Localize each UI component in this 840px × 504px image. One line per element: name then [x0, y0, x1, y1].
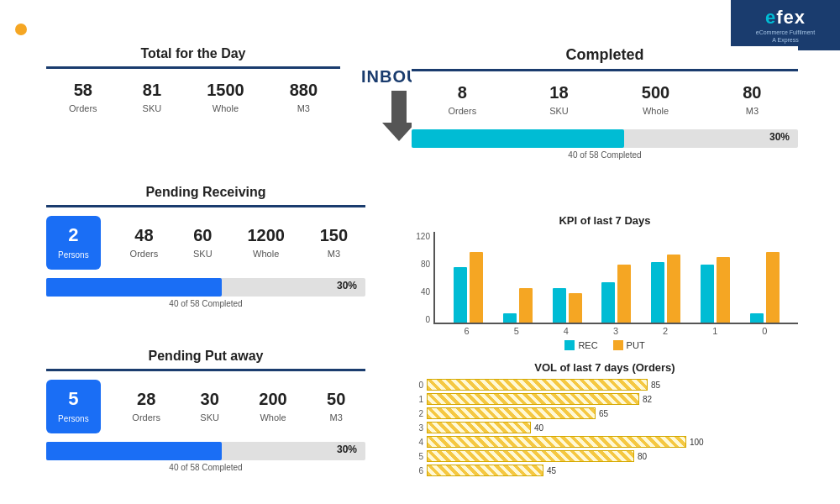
kpi-bar-group-2 — [553, 288, 582, 323]
kpi-bar-group-3 — [601, 265, 631, 323]
kpi-put-bar-1 — [519, 288, 533, 323]
vol-bar-4 — [427, 436, 686, 448]
pp-whole: 200 Whole — [259, 390, 286, 424]
kpi-rec-bar-2 — [553, 288, 566, 323]
pr-whole: 1200 Whole — [247, 226, 285, 260]
inbound-arrow — [382, 91, 416, 141]
total-day-stats: 58 Orders 81 SKU 1500 Whole 880 M3 — [46, 77, 340, 118]
total-m3: 880 M3 — [290, 81, 318, 115]
kpi-chart-inner: 6543210 — [433, 232, 798, 336]
kpi-rec-bar-6 — [750, 313, 764, 323]
completed-title: Completed — [412, 46, 798, 64]
vol-label-5: 5 — [412, 452, 423, 461]
pr-progress-pct: 30% — [337, 280, 357, 291]
vol-label-6: 6 — [412, 466, 423, 475]
completed-stats: 8 Orders 18 SKU 500 Whole 80 M3 — [412, 80, 798, 121]
total-day-panel: Total for the Day 58 Orders 81 SKU 1500 … — [46, 46, 340, 118]
kpi-rec-bar-1 — [503, 313, 517, 323]
vol-row-2: 265 — [412, 407, 798, 419]
kpi-y-axis: 120 80 40 0 — [412, 232, 430, 324]
pr-sku: 60 SKU — [193, 226, 213, 260]
pr-orders: 48 Orders — [130, 226, 159, 260]
vol-bar-5 — [427, 450, 634, 462]
comp-progress-label: 40 of 58 Completed — [412, 150, 798, 160]
pr-m3: 150 M3 — [320, 226, 348, 260]
pending-receiving-divider — [46, 205, 365, 207]
comp-progress-bg — [412, 129, 798, 148]
vol-value-6: 45 — [547, 466, 556, 475]
vol-bar-3 — [427, 422, 531, 433]
putaway-persons-badge: 5 Persons — [46, 380, 101, 433]
vol-label-3: 3 — [412, 423, 423, 433]
legend-put: PUT — [613, 340, 645, 350]
vol-chart-panel: VOL of last 7 days (Orders) 085182265340… — [412, 361, 798, 479]
pr-progress-bg — [46, 278, 365, 297]
logo-area: efex eCommerce FulfilmentA Express — [731, 0, 840, 50]
comp-progress-fill — [412, 129, 624, 148]
kpi-x-labels: 6543210 — [433, 324, 798, 336]
kpi-put-bar-0 — [470, 252, 483, 323]
pp-progress-fill — [46, 442, 222, 460]
pp-progress: 30% — [46, 442, 365, 460]
vol-value-1: 82 — [643, 395, 652, 404]
vol-label-2: 2 — [412, 409, 423, 418]
logo-text: efex — [765, 7, 806, 29]
vol-value-4: 100 — [690, 438, 704, 447]
comp-sku: 18 SKU — [549, 83, 569, 118]
pr-progress-fill — [46, 278, 222, 297]
kpi-bar-group-1 — [503, 288, 533, 323]
kpi-legend: REC PUT — [412, 340, 798, 350]
pp-m3: 50 M3 — [327, 390, 345, 424]
kpi-x-label-4: 2 — [663, 326, 668, 336]
vol-row-0: 085 — [412, 379, 798, 391]
completed-panel: Completed 8 Orders 18 SKU 500 Whole 80 M… — [412, 46, 798, 160]
comp-progress: 30% — [412, 129, 798, 148]
vol-chart-title: VOL of last 7 days (Orders) — [412, 361, 798, 374]
vol-row-1: 182 — [412, 393, 798, 405]
pending-receiving-stats-row: 2 Persons 48 Orders 60 SKU 1200 Whole 15… — [46, 216, 365, 270]
vol-bar-2 — [427, 407, 596, 419]
comp-whole: 500 Whole — [642, 83, 669, 118]
kpi-rec-bar-0 — [454, 267, 467, 323]
vol-row-6: 645 — [412, 465, 798, 476]
vol-value-3: 40 — [534, 423, 543, 433]
rec-color — [564, 340, 575, 350]
vol-label-0: 0 — [412, 381, 423, 390]
kpi-put-bar-4 — [667, 255, 680, 323]
vol-value-2: 65 — [599, 409, 608, 418]
pp-progress-label: 40 of 58 Completed — [46, 463, 365, 472]
pr-progress: 30% — [46, 278, 365, 297]
comp-m3: 80 M3 — [743, 83, 761, 118]
pending-receiving-title: Pending Receiving — [46, 185, 365, 200]
vol-bar-1 — [427, 393, 639, 405]
pending-putaway-divider — [46, 369, 365, 371]
legend-rec: REC — [564, 340, 597, 350]
pending-putaway-stats: 28 Orders 30 SKU 200 Whole 50 M3 — [113, 386, 365, 428]
kpi-put-bar-3 — [617, 265, 631, 323]
kpi-bar-group-0 — [454, 252, 483, 323]
kpi-x-label-0: 6 — [465, 326, 470, 336]
comp-orders: 8 Orders — [449, 83, 477, 118]
logo-subtitle: eCommerce FulfilmentA Express — [756, 29, 815, 44]
vol-bar-6 — [427, 465, 543, 476]
kpi-x-label-1: 5 — [514, 326, 519, 336]
kpi-put-bar-2 — [569, 293, 582, 323]
kpi-chart-panel: KPI of last 7 Days 120 80 40 0 6543210 R… — [412, 214, 798, 350]
pp-progress-pct: 30% — [337, 444, 357, 455]
total-sku: 81 SKU — [143, 81, 162, 115]
vol-value-0: 85 — [651, 381, 660, 390]
pending-receiving-stats: 48 Orders 60 SKU 1200 Whole 150 M3 — [113, 223, 365, 264]
pp-sku: 30 SKU — [200, 390, 219, 424]
kpi-bar-group-5 — [701, 257, 730, 323]
kpi-x-label-5: 1 — [712, 326, 717, 336]
kpi-put-bar-6 — [766, 252, 780, 323]
pending-receiving-panel: Pending Receiving 2 Persons 48 Orders 60… — [46, 185, 365, 308]
comp-progress-pct: 30% — [769, 131, 790, 143]
persons-badge: 2 Persons — [46, 216, 101, 270]
kpi-put-bar-5 — [717, 257, 730, 323]
kpi-bars — [433, 232, 798, 324]
kpi-rec-bar-4 — [651, 262, 664, 323]
total-day-divider — [46, 66, 340, 69]
pending-putaway-panel: Pending Put away 5 Persons 28 Orders 30 … — [46, 349, 365, 472]
total-whole: 1500 Whole — [207, 81, 244, 115]
